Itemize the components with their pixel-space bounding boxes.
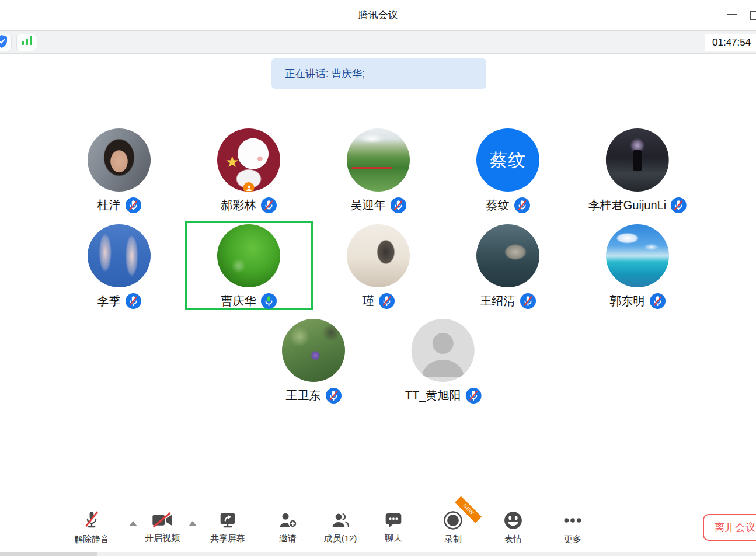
participant-name: 瑾 [363,293,374,309]
meeting-timer: 01:47:54 [705,34,756,51]
participant-name: 吴迎年 [351,197,386,213]
mic-muted-icon [126,197,141,213]
participant-name: 李季 [97,293,121,309]
chat-icon [382,509,405,531]
minimize-button[interactable] [727,14,737,15]
record-label: 录制 [425,534,481,545]
avatar [88,224,151,287]
avatar [217,224,280,287]
participant-name: 蔡纹 [486,197,510,213]
avatar [282,319,345,382]
emoji-label: 表情 [485,534,541,545]
record-icon: NEW [441,509,465,531]
participant-name: 郭东明 [610,293,645,309]
unmute-label: 解除静音 [64,534,120,545]
participant-tile[interactable]: 蔡纹 蔡纹 [476,128,539,213]
members-icon [329,509,352,531]
participant-tile-active-speaker[interactable]: 曹庆华 [217,224,280,309]
start-video-label: 开启视频 [134,533,190,544]
invite-icon [276,509,299,531]
avatar-initials: 蔡纹 [490,148,526,172]
title-bar: 腾讯会议 [0,0,756,30]
invite-button[interactable]: 邀请 [260,509,316,544]
mic-muted-icon [520,293,536,309]
speaking-banner: 正在讲话: 曹庆华; [271,58,486,89]
participant-tile[interactable]: 杜洋 [88,128,151,213]
emoji-icon [501,509,525,531]
network-signal-icon [21,36,33,47]
participant-name: 李桂君GuijunLi [588,197,666,213]
tencent-meeting-window: 腾讯会议 01:47:54 正在讲话: 曹庆华; 杜洋 [0,0,756,556]
more-icon [561,509,584,531]
participant-name: 杜洋 [97,197,121,213]
star-decoration: ★ [225,154,239,169]
unmute-button[interactable]: 解除静音 [64,509,120,545]
record-button[interactable]: NEW 录制 [425,509,481,545]
mic-muted-icon [514,197,530,213]
share-screen-button[interactable]: 共享屏幕 [200,509,256,544]
participant-name: 王绍清 [480,293,515,309]
mic-active-icon [261,293,277,309]
security-shield-button[interactable] [0,34,12,51]
avatar [347,128,410,192]
status-bar: 01:47:54 [0,30,756,54]
participant-name: 郝彩林 [221,197,256,213]
mic-muted-icon [326,388,342,404]
mic-muted-icon [391,197,406,213]
window-title: 腾讯会议 [0,0,756,30]
more-button[interactable]: 更多 [545,509,601,545]
mic-off-icon [80,509,103,531]
video-options-chevron-up-icon[interactable] [189,521,197,526]
chat-button[interactable]: 聊天 [365,509,421,544]
participant-tile[interactable]: 吴迎年 [347,128,410,213]
participant-name: 曹庆华 [221,293,256,309]
mic-muted-icon [671,197,687,213]
participant-tile[interactable]: TT_黄旭阳 [405,319,482,404]
invite-label: 邀请 [260,533,316,544]
person-silhouette-icon [412,319,475,382]
start-video-button[interactable]: 开启视频 [134,509,190,544]
participant-name: 王卫东 [286,388,321,404]
avatar [88,128,151,192]
mic-muted-icon [465,388,481,404]
participant-tile[interactable]: 李季 [88,224,151,309]
mic-muted-icon [126,293,141,309]
participant-tile[interactable]: 李桂君GuijunLi [588,128,687,213]
emoji-button[interactable]: 表情 [485,509,541,545]
more-label: 更多 [545,534,601,545]
maximize-button[interactable] [750,11,756,20]
host-badge-icon [243,182,255,192]
participant-tile[interactable]: ★ 郝彩林 [217,128,280,213]
network-quality-button[interactable] [16,34,37,51]
participant-tile[interactable]: 王卫东 [282,319,345,404]
bottom-toolbar: 解除静音 开启视频 共享屏幕 邀请 成员(12) [0,503,756,552]
avatar: 蔡纹 [476,128,539,192]
shield-icon [0,35,8,50]
participant-tile[interactable]: 瑾 [347,224,410,309]
avatar-default [412,319,475,382]
leave-meeting-button[interactable]: 离开会议 [703,514,756,541]
avatar [347,224,410,287]
share-screen-icon [216,509,239,531]
participant-tile[interactable]: 王绍清 [476,224,539,309]
participant-name: TT_黄旭阳 [405,388,461,404]
participant-tile[interactable]: 郭东明 [606,224,669,309]
camera-off-icon [151,509,174,531]
window-bottom-edge [0,552,756,556]
members-button[interactable]: 成员(12) [312,509,368,544]
mic-muted-icon [261,197,277,213]
avatar: ★ [217,128,280,192]
avatar [606,224,669,287]
chat-label: 聊天 [365,533,421,544]
mic-muted-icon [379,293,395,309]
avatar [476,224,539,287]
share-screen-label: 共享屏幕 [200,533,256,544]
members-label: 成员(12) [312,533,368,544]
avatar [606,128,669,192]
mic-muted-icon [650,293,666,309]
